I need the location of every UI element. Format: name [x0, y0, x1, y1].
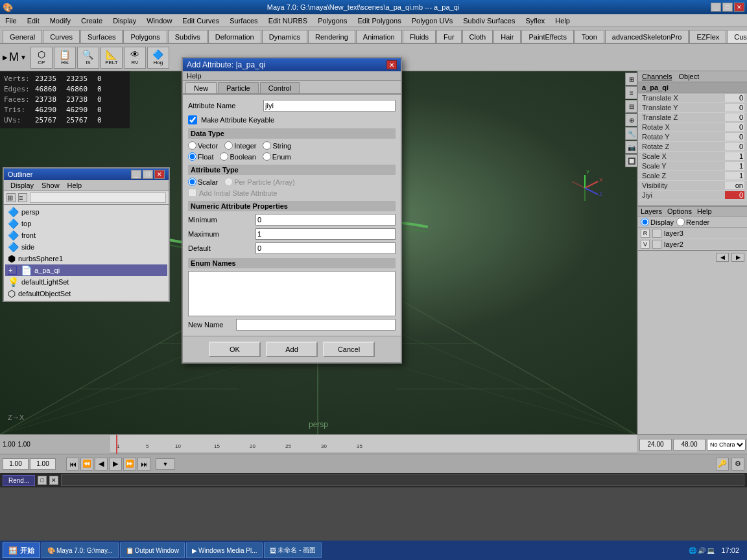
render-button[interactable]: Rend... [3, 475, 35, 486]
ok-button[interactable]: OK [209, 342, 261, 357]
radio-boolean[interactable]: Boolean [220, 152, 255, 161]
tab-fluids[interactable]: Fluids [403, 30, 436, 43]
outliner-close[interactable]: ✕ [154, 170, 165, 179]
tab-curves[interactable]: Curves [43, 30, 80, 43]
outliner-item-nurbssphere[interactable]: ⬢ nurbsSphere1 [5, 253, 167, 264]
outliner-item-persp[interactable]: 🔷 persp [5, 206, 167, 218]
outliner-item-defaultlightset[interactable]: 💡 defaultLightSet [5, 276, 167, 288]
min-input[interactable] [255, 214, 396, 226]
outliner-menu-help[interactable]: Help [64, 181, 86, 190]
menu-create[interactable]: Create [76, 14, 108, 27]
vp-btn-7[interactable]: 🔲 [625, 154, 637, 167]
vp-btn-4[interactable]: ⊕ [625, 113, 637, 126]
render-radio-label[interactable]: Render [676, 218, 709, 226]
vp-btn-1[interactable]: ⊞ [625, 73, 637, 86]
menu-polygons[interactable]: Polygons [313, 14, 352, 27]
default-input[interactable] [255, 242, 396, 254]
playback-options-btn[interactable]: ▼ [156, 458, 175, 470]
shelf-icon-rv[interactable]: 👁 RV [124, 47, 146, 69]
tab-ezflex[interactable]: EZFlex [689, 30, 726, 43]
menu-edit[interactable]: Edit [22, 14, 45, 27]
make-keyable-checkbox[interactable] [188, 115, 197, 124]
radio-string[interactable]: String [263, 141, 291, 150]
start-button[interactable]: 🪟 开始 [3, 542, 40, 558]
play-back-button[interactable]: ◀ [95, 458, 108, 471]
script-btn-1[interactable]: □ [38, 476, 47, 485]
outliner-minimize[interactable]: _ [131, 170, 141, 179]
dialog-menu-help[interactable]: Help [187, 72, 202, 80]
dialog-tab-new[interactable]: New [185, 82, 217, 93]
tab-cloth[interactable]: Cloth [462, 30, 493, 43]
menu-window[interactable]: Window [141, 14, 177, 27]
menu-file[interactable]: File [0, 14, 22, 27]
maximize-button[interactable]: □ [722, 3, 733, 12]
menu-surfaces[interactable]: Surfaces [224, 14, 263, 27]
radio-float-input[interactable] [188, 152, 196, 161]
enum-names-area[interactable] [188, 271, 396, 316]
radio-vector[interactable]: Vector [188, 141, 218, 150]
layers-menu-options[interactable]: Options [667, 207, 692, 215]
timeline-ruler[interactable]: 1 5 10 15 20 25 30 35 [110, 435, 637, 454]
channels-tab[interactable]: Channels [642, 73, 672, 80]
shelf-icon-is[interactable]: 🔍 IS [77, 47, 99, 69]
layer3-vis[interactable]: R [641, 229, 650, 238]
tab-fur[interactable]: Fur [436, 30, 462, 43]
shelf-icon-cp[interactable]: ⬡ CP [30, 47, 53, 69]
render-radio[interactable] [676, 218, 685, 226]
taskbar-paint[interactable]: 🖼 未命名 - 画图 [264, 542, 322, 558]
play-forward-button[interactable]: ▶ [109, 458, 122, 471]
tab-toon[interactable]: Toon [575, 30, 604, 43]
tab-dynamics[interactable]: Dynamics [262, 30, 307, 43]
script-input[interactable] [61, 474, 744, 486]
add-button[interactable]: Add [266, 342, 318, 357]
layer2-r[interactable] [652, 240, 661, 249]
vp-btn-5[interactable]: 🔧 [625, 127, 637, 140]
new-name-input[interactable] [236, 319, 396, 331]
outliner-item-top[interactable]: 🔷 top [5, 218, 167, 229]
outliner-search-input[interactable] [30, 192, 166, 203]
tab-hair[interactable]: Hair [493, 30, 521, 43]
dialog-close-button[interactable]: ✕ [386, 60, 397, 69]
radio-per-particle[interactable]: Per Particle (Array) [224, 178, 295, 186]
tab-deformation[interactable]: Deformation [208, 30, 261, 43]
taskbar-media[interactable]: ▶ Windows Media Pl... [186, 542, 263, 558]
tab-painteffects[interactable]: PaintEffects [521, 30, 574, 43]
tab-custom[interactable]: Custom [727, 30, 747, 43]
script-btn-2[interactable]: ✕ [49, 476, 58, 485]
outliner-item-a-pa-qi[interactable]: + 📄 a_pa_qi [5, 264, 167, 276]
tab-polygons[interactable]: Polygons [123, 30, 167, 43]
radio-scalar-input[interactable] [188, 178, 196, 186]
display-radio-label[interactable]: Display [641, 218, 674, 226]
outliner-item-front[interactable]: 🔷 front [5, 229, 167, 241]
outliner-restore[interactable]: □ [143, 170, 153, 179]
display-radio[interactable] [641, 218, 649, 226]
outliner-menu-display[interactable]: Display [6, 181, 38, 190]
vp-btn-6[interactable]: 📷 [625, 141, 637, 154]
menu-display[interactable]: Display [108, 14, 141, 27]
layers-scroll-left[interactable]: ◀ [716, 253, 729, 262]
close-button[interactable]: ✕ [734, 3, 744, 12]
goto-end-button[interactable]: ⏭ [137, 458, 150, 471]
tab-surfaces[interactable]: Surfaces [80, 30, 123, 43]
radio-float[interactable]: Float [188, 152, 213, 161]
outliner-item-side[interactable]: 🔷 side [5, 241, 167, 253]
cancel-button[interactable]: Cancel [323, 342, 375, 357]
goto-start-button[interactable]: ⏮ [66, 458, 79, 471]
dialog-tab-particle[interactable]: Particle [218, 82, 259, 93]
extra-btn[interactable]: ⚙ [731, 458, 744, 471]
menu-subdiv[interactable]: Subdiv Surfaces [458, 14, 520, 27]
layer2-vis[interactable]: V [641, 240, 650, 249]
taskbar-output[interactable]: 📋 Output Window [120, 542, 185, 558]
layers-scroll-right[interactable]: ▶ [731, 253, 744, 262]
radio-boolean-input[interactable] [220, 152, 228, 161]
layer3-r[interactable] [652, 229, 661, 238]
taskbar-maya[interactable]: 🎨 Maya 7.0: G:\may... [42, 542, 119, 558]
tab-subdivs[interactable]: Subdivs [168, 30, 208, 43]
tab-advskeleton[interactable]: advancedSkeletonPro [605, 30, 689, 43]
attr-name-input[interactable] [263, 100, 396, 111]
outliner-menu-show[interactable]: Show [38, 181, 64, 190]
maya-logo[interactable]: M [9, 51, 19, 64]
radio-integer[interactable]: Integer [224, 141, 256, 150]
radio-enum[interactable]: Enum [263, 152, 291, 161]
tab-animation[interactable]: Animation [356, 30, 402, 43]
